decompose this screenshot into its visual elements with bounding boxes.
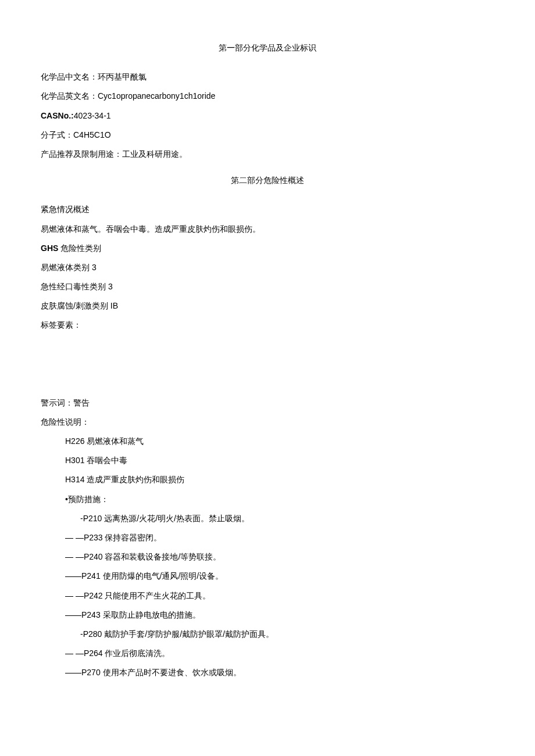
p264-line: — —P264 作业后彻底清洗。 (65, 646, 494, 661)
ghs-label-bold: GHS (41, 243, 58, 253)
emergency-desc: 易燃液体和蒸气。吞咽会中毒。造成严重皮肤灼伤和眼损伤。 (41, 222, 494, 237)
usage-line: 产品推荐及限制用途：工业及科研用途。 (41, 147, 494, 162)
section-2-title: 第二部分危险性概述 (41, 173, 494, 188)
signal-word-line: 警示词：警告 (41, 396, 494, 410)
cas-label: CASNo.: (41, 111, 74, 120)
emergency-label: 紧急情况概述 (41, 202, 494, 217)
ghs-category-label: GHS 危险性类别 (41, 241, 494, 256)
p243-line: ——P243 采取防止静电放电的措施。 (65, 608, 494, 622)
formula-label: 分子式： (41, 130, 73, 139)
english-name-value: Cyc1opropanecarbony1ch1oride (98, 91, 215, 101)
english-name-label: 化学品英文名： (41, 91, 98, 101)
p233-line: — —P233 保持容器密闭。 (65, 531, 494, 545)
label-elements: 标签要素： (41, 318, 494, 332)
signal-word-label: 警示词： (41, 398, 73, 407)
signal-word-value: 警告 (73, 398, 90, 407)
p270-line: ——P270 使用本产品时不要进食、饮水或吸烟。 (65, 665, 494, 680)
chinese-name-value: 环丙基甲酰氯 (98, 72, 147, 81)
ghs-label-rest: 危险性类别 (58, 243, 101, 253)
formula-value: C4H5C1O (73, 130, 111, 139)
p280-line: -P280 戴防护手套/穿防护服/戴防护眼罩/戴防护面具。 (80, 627, 494, 642)
p240-line: — —P240 容器和装载设备接地/等势联接。 (65, 550, 494, 564)
h226-line: H226 易燃液体和蒸气 (65, 434, 494, 449)
section-1-title: 第一部分化学品及企业标识 (41, 41, 494, 55)
formula-line: 分子式：C4H5C1O (41, 128, 494, 142)
pictogram-gap (41, 338, 494, 396)
p241-line: ——P241 使用防爆的电气/通风/照明/设备。 (65, 569, 494, 583)
prevention-label: •预防措施： (65, 492, 494, 507)
ghs-cat-1: 易燃液体类别 3 (41, 260, 494, 275)
chinese-name-label: 化学品中文名： (41, 72, 98, 81)
ghs-cat-3: 皮肤腐蚀/刺激类别 IB (41, 299, 494, 313)
english-name-line: 化学品英文名：Cyc1opropanecarbony1ch1oride (41, 89, 494, 103)
p242-line: — —P242 只能使用不产生火花的工具。 (65, 589, 494, 603)
ghs-cat-2: 急性经口毒性类别 3 (41, 280, 494, 294)
usage-value: 工业及科研用途。 (122, 149, 187, 159)
h301-line: H301 吞咽会中毒 (65, 453, 494, 468)
h314-line: H314 造成严重皮肤灼伤和眼损伤 (65, 472, 494, 487)
usage-label: 产品推荐及限制用途： (41, 149, 122, 159)
p210-line: -P210 远离热源/火花/明火/热表面。禁止吸烟。 (80, 511, 494, 526)
hazard-statement-label: 危险性说明： (41, 415, 494, 429)
cas-value: 4023-34-1 (74, 111, 111, 120)
cas-line: CASNo.:4023-34-1 (41, 109, 494, 123)
chinese-name-line: 化学品中文名：环丙基甲酰氯 (41, 70, 494, 84)
